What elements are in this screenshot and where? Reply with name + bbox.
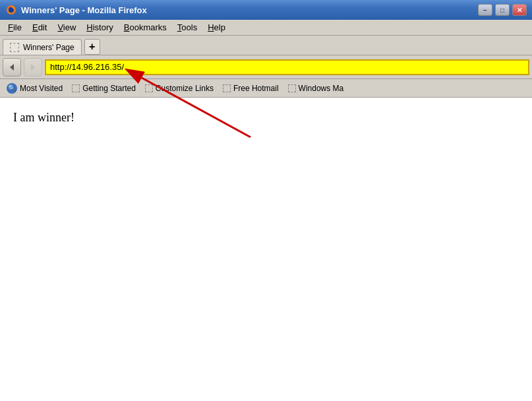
- page-content: I am winner!: [0, 98, 532, 138]
- back-button[interactable]: [3, 58, 21, 77]
- firefox-icon: [5, 4, 17, 16]
- page-text: I am winner!: [13, 111, 74, 124]
- bookmark-favicon: [223, 84, 231, 92]
- bookmark-free-hotmail[interactable]: Free Hotmail: [219, 82, 283, 94]
- bookmark-label: Customize Links: [156, 84, 214, 93]
- svg-marker-2: [10, 64, 14, 71]
- bookmark-getting-started[interactable]: Getting Started: [68, 82, 140, 94]
- bookmarks-bar: 🔍 Most Visited Getting Started Customize…: [0, 79, 532, 98]
- menu-edit[interactable]: Edit: [27, 21, 52, 34]
- bookmark-label: Getting Started: [82, 84, 136, 93]
- url-bar[interactable]: [45, 59, 529, 75]
- nav-bar: [0, 55, 532, 79]
- bookmark-most-visited[interactable]: 🔍 Most Visited: [3, 82, 67, 95]
- tab-bar: Winners' Page +: [0, 36, 532, 55]
- menu-tools[interactable]: Tools: [172, 21, 202, 34]
- window-controls: − □ ✕: [478, 4, 527, 16]
- search-icon: 🔍: [7, 83, 17, 94]
- forward-button[interactable]: [24, 58, 42, 77]
- window-title: Winners' Page - Mozilla Firefox: [21, 5, 478, 15]
- close-button[interactable]: ✕: [512, 4, 527, 16]
- bookmark-customize-links[interactable]: Customize Links: [141, 82, 218, 94]
- new-tab-button[interactable]: +: [84, 39, 100, 55]
- bookmark-label: Free Hotmail: [233, 84, 279, 93]
- minimize-button[interactable]: −: [478, 4, 492, 16]
- bookmark-favicon: [145, 84, 153, 92]
- bookmark-windows-ma[interactable]: Windows Ma: [284, 82, 348, 94]
- maximize-button[interactable]: □: [495, 4, 510, 16]
- menu-history[interactable]: History: [81, 21, 118, 34]
- title-bar: Winners' Page - Mozilla Firefox − □ ✕: [0, 0, 532, 20]
- bookmark-favicon: [72, 84, 80, 92]
- menu-bar: File Edit View History Bookmarks Tools H…: [0, 20, 532, 36]
- bookmark-label: Windows Ma: [299, 84, 344, 93]
- menu-view[interactable]: View: [52, 21, 81, 34]
- menu-bookmarks[interactable]: Bookmarks: [119, 21, 172, 34]
- tab-winners[interactable]: Winners' Page: [3, 39, 82, 55]
- menu-help[interactable]: Help: [202, 21, 231, 34]
- bookmark-favicon: [288, 84, 296, 92]
- tab-favicon: [10, 43, 19, 52]
- menu-file[interactable]: File: [3, 21, 27, 34]
- svg-marker-3: [31, 64, 35, 71]
- tab-label: Winners' Page: [23, 43, 74, 52]
- bookmark-label: Most Visited: [20, 84, 63, 93]
